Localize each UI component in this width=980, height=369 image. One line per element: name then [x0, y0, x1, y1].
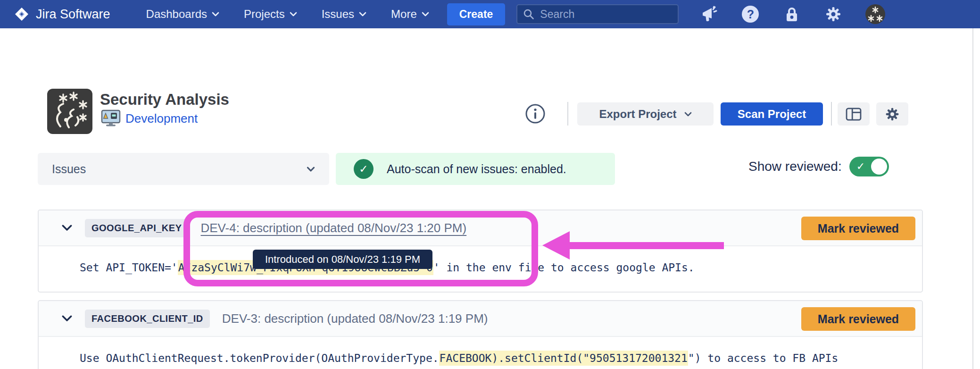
board-layout-icon [846, 108, 862, 121]
mark-reviewed-button[interactable]: Mark reviewed [801, 217, 915, 240]
user-avatar[interactable] [865, 4, 885, 24]
show-reviewed-label: Show reviewed: [748, 159, 842, 174]
collapse-chevron-icon[interactable] [61, 315, 73, 322]
chevron-down-icon [684, 112, 692, 117]
project-breadcrumb: Development [101, 109, 198, 127]
jira-logo[interactable]: Jira Software [14, 7, 110, 22]
issues-filter-dropdown[interactable]: Issues [38, 153, 329, 185]
chevron-down-icon [290, 12, 297, 17]
top-navbar: Jira Software Dashboards Projects Issues… [0, 0, 980, 28]
issue-card-dev4: GOOGLE_API_KEY DEV-4: description (updat… [38, 210, 923, 293]
navbar-icon-group: ? [700, 6, 842, 23]
issue-snippet: Use OAuthClientRequest.tokenProvider(OAu… [39, 337, 922, 364]
divider [831, 102, 832, 126]
issue-snippet: Set API_TOKEN='AIzaSyClWi7w_FIxqPUXH-qUY… [39, 246, 922, 274]
divider [567, 102, 568, 126]
search-box[interactable] [516, 4, 679, 24]
jira-security-analysis-page: Jira Software Dashboards Projects Issues… [0, 0, 980, 369]
autoscan-status-text: Auto-scan of new issues: enabled. [387, 162, 566, 176]
announcements-megaphone-icon[interactable] [700, 6, 717, 23]
right-edge-divider [972, 28, 973, 369]
toggle-check-icon: ✓ [856, 160, 865, 172]
project-link-development[interactable]: Development [125, 111, 198, 126]
secret-type-badge: FACEBOOK_CLIENT_ID [85, 310, 210, 328]
issue-link-dev3[interactable]: DEV-3: description (updated 08/Nov/23 1:… [222, 311, 488, 326]
export-project-button[interactable]: Export Project [577, 102, 714, 126]
show-reviewed-toggle[interactable]: ✓ [849, 157, 889, 176]
chevron-down-icon [307, 167, 315, 172]
info-icon[interactable] [525, 103, 546, 124]
search-icon [523, 8, 534, 20]
check-circle-icon: ✓ [354, 159, 374, 179]
show-reviewed-control: Show reviewed: ✓ [748, 157, 889, 176]
introduced-tooltip: Introduced on 08/Nov/23 1:19 PM [253, 250, 432, 269]
mark-reviewed-button[interactable]: Mark reviewed [801, 307, 915, 331]
gear-icon [885, 107, 900, 122]
board-layout-button[interactable] [838, 102, 870, 126]
lock-icon[interactable] [783, 6, 800, 23]
chevron-down-icon [212, 12, 219, 17]
project-avatar [47, 89, 92, 134]
jira-logo-text: Jira Software [36, 7, 110, 22]
settings-gear-icon[interactable] [825, 6, 842, 23]
search-input[interactable] [540, 8, 672, 21]
scan-project-button[interactable]: Scan Project [721, 102, 823, 126]
page-title: Security Analysis [100, 91, 229, 109]
jira-logo-icon [14, 7, 29, 22]
nav-more[interactable]: More [391, 8, 429, 21]
nav-projects[interactable]: Projects [244, 8, 297, 21]
collapse-chevron-icon[interactable] [61, 224, 73, 232]
help-icon[interactable]: ? [742, 6, 759, 23]
issue-link-dev4[interactable]: DEV-4: description (updated 08/Nov/23 1:… [201, 221, 467, 235]
create-button[interactable]: Create [447, 3, 506, 25]
computer-emoji-icon [101, 109, 121, 127]
nav-dashboards[interactable]: Dashboards [146, 8, 219, 21]
project-settings-button[interactable] [876, 102, 908, 126]
toggle-knob [871, 159, 887, 175]
issue-header: GOOGLE_API_KEY DEV-4: description (updat… [39, 210, 922, 246]
secret-type-badge: GOOGLE_API_KEY [85, 219, 189, 237]
issue-card-dev3: FACEBOOK_CLIENT_ID DEV-3: description (u… [38, 300, 923, 369]
main-nav: Dashboards Projects Issues More [146, 8, 429, 21]
highlighted-secret: FACEBOOK).setClientId("950513172001321 [439, 351, 688, 366]
chevron-down-icon [359, 12, 366, 17]
autoscan-status-banner: ✓ Auto-scan of new issues: enabled. [336, 153, 615, 185]
chevron-down-icon [422, 12, 429, 17]
nav-issues[interactable]: Issues [322, 8, 366, 21]
issue-header: FACEBOOK_CLIENT_ID DEV-3: description (u… [39, 301, 922, 337]
